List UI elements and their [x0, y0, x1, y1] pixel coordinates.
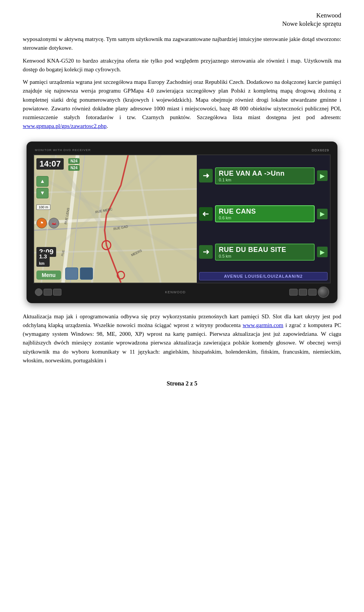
location-icon[interactable]: ⚑	[36, 218, 47, 228]
zoom-out-button[interactable]: ▼	[36, 188, 49, 198]
paragraph-3: W pamięci urządzenia wgrana jest szczegó…	[23, 78, 341, 131]
page-header: Kenwood Nowe kolekcje sprzętu	[23, 11, 341, 28]
device-label-left: MONITOR WITH DVD RECEIVER	[35, 148, 91, 152]
menu-button[interactable]: Menu	[36, 271, 61, 280]
paragraph-1: wyposażonymi w aktywną matrycę. Tym samy…	[23, 35, 341, 53]
nav-label-1: RUE VAN AA ->Unn 0.1 km	[215, 167, 315, 184]
nav-dist-2: 0.6 km	[219, 216, 311, 220]
gpmapa-link[interactable]: www.gpmapa.pl/gps/zawartosc2.php	[23, 123, 107, 129]
nav-arrow-3	[199, 245, 213, 259]
map-arrow-controls: ▲ ▼	[36, 176, 49, 198]
badge-n24-2: N24	[68, 165, 80, 171]
nav-arrow-2	[199, 207, 213, 221]
nav-section: RUE VAN AA ->Unn 0.1 km ▶ RUE CANS 0.6 k…	[197, 155, 330, 283]
map-section: RUE MERC RUE LENS RUE GAD MEERS RUE 14:0…	[34, 155, 197, 283]
ctrl-btn-4[interactable]	[299, 289, 307, 296]
left-controls	[35, 288, 61, 296]
map-small-buttons	[65, 267, 93, 280]
nav-bottom-street: AVENUE LOUISE/LOUIZALAAN/N2	[199, 272, 328, 280]
page-subtitle: Nowe kolekcje sprzętu	[23, 20, 341, 28]
badge-n24-1: N24	[68, 158, 80, 164]
nav-expand-1[interactable]: ▶	[317, 170, 328, 181]
brand-name: Kenwood	[23, 11, 341, 20]
nav-arrow-1	[199, 169, 213, 182]
kenwood-device: MONITOR WITH DVD RECEIVER DDX6029	[27, 142, 337, 303]
nav-expand-3[interactable]: ▶	[317, 247, 328, 257]
nav-label-3: RUE DU BEAU SITE 0.5 km	[215, 244, 315, 261]
nav-dist-1: 0.1 km	[219, 178, 311, 182]
map-time: 14:07	[36, 158, 64, 170]
footer-page: Strona 2 z 5	[23, 380, 341, 387]
nav-expand-2[interactable]: ▶	[317, 209, 328, 219]
nav-item-2: RUE CANS 0.6 km ▶	[199, 195, 328, 232]
ctrl-btn-2[interactable]	[53, 289, 61, 296]
device-controls: KENWOOD	[33, 286, 331, 298]
device-top-bar: MONITOR WITH DVD RECEIVER DDX6029	[33, 148, 331, 152]
volume-knob[interactable]	[318, 286, 329, 298]
nav-item-1: RUE VAN AA ->Unn 0.1 km ▶	[199, 157, 328, 194]
ctrl-btn-1[interactable]	[44, 289, 52, 296]
right-controls	[289, 286, 329, 298]
nav-dist-3: 0.5 km	[219, 254, 311, 258]
eject-btn[interactable]	[35, 288, 42, 296]
device-image: MONITOR WITH DVD RECEIVER DDX6029	[23, 142, 341, 303]
zoom-in-button[interactable]: ▲	[36, 176, 49, 187]
nav-badges: N24 N24	[68, 158, 80, 171]
nav-item-3: RUE DU BEAU SITE 0.5 km ▶	[199, 234, 328, 271]
ctrl-btn-3[interactable]	[289, 289, 298, 296]
nav-street-1: RUE VAN AA ->Unn	[219, 170, 311, 178]
device-brand-label: KENWOOD	[165, 290, 186, 294]
paragraph-4: Aktualizacja map jak i oprogramowania od…	[23, 312, 341, 365]
nav-street-2: RUE CANS	[219, 208, 311, 216]
garmin-link[interactable]: www.garmin.com	[243, 322, 283, 328]
scale-value: 100 m	[36, 205, 50, 210]
car-icon[interactable]: 🚗	[49, 218, 59, 228]
map-btn-1[interactable]	[65, 267, 78, 280]
map-icons-row: ⚑ 🚗	[36, 218, 59, 228]
ctrl-btn-5[interactable]	[308, 289, 317, 296]
paragraph-2: Kenwood KNA-G520 to bardzo atrakcyjna of…	[23, 57, 341, 74]
device-label-right: DDX6029	[312, 148, 329, 152]
map-scale: 100 m	[36, 205, 50, 210]
nav-label-2: RUE CANS 0.6 km	[215, 205, 315, 222]
map-btn-2[interactable]	[80, 267, 93, 280]
device-screen: RUE MERC RUE LENS RUE GAD MEERS RUE 14:0…	[33, 154, 331, 283]
eta-dist: 1.3km	[36, 252, 50, 267]
nav-street-3: RUE DU BEAU SITE	[219, 246, 311, 254]
